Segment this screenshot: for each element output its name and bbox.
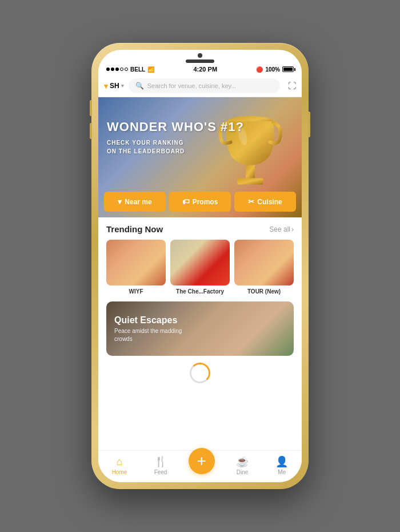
battery-tip [294, 68, 295, 71]
food-image-3 [234, 240, 294, 285]
trending-section: Trending Now See all › WIYF [98, 217, 302, 299]
power-button[interactable] [308, 112, 310, 137]
near-me-button[interactable]: ▾ Near me [104, 192, 166, 212]
battery-icon [282, 66, 294, 72]
dine-label: Dine [237, 469, 249, 475]
trending-items: WIYF The Che...Factory TOUR (New) [106, 240, 294, 295]
speaker [186, 59, 214, 63]
see-all-button[interactable]: See all › [269, 225, 294, 233]
hero-subtitle-line1: CHECK YOUR RANKING [107, 140, 184, 146]
home-label: Home [112, 469, 127, 475]
cuisine-button[interactable]: ✂ Cuisine [234, 192, 296, 212]
signal-dot-1 [106, 68, 110, 71]
nav-home[interactable]: ⌂ Home [106, 455, 133, 477]
search-placeholder: Search for venue, cuisine, key... [147, 82, 237, 89]
loading-area [98, 358, 302, 388]
hero-banner: WONDER WHO'S #1? CHECK YOUR RANKING ON T… [98, 97, 302, 217]
see-all-label: See all [269, 225, 290, 233]
location-icon: ▾ [118, 197, 122, 206]
trending-name-3: TOUR (New) [234, 288, 294, 295]
trending-item-3[interactable]: TOUR (New) [234, 240, 294, 295]
nav-dine[interactable]: ☕ Dine [230, 454, 254, 477]
feed-icon: 🍴 [154, 455, 167, 468]
status-bar: BELL 📶 4:20 PM 🔴 100% [98, 62, 302, 75]
nav-feed[interactable]: 🍴 Feed [149, 454, 173, 477]
expand-icon[interactable]: ⛶ [288, 81, 296, 90]
nav-me[interactable]: 👤 Me [270, 454, 294, 477]
cuisine-label: Cuisine [257, 198, 282, 206]
signal-dot-4 [120, 68, 123, 71]
feed-label: Feed [154, 469, 167, 475]
front-camera [198, 53, 202, 58]
trending-header: Trending Now See all › [106, 224, 294, 234]
location-selector[interactable]: ▾ SH ▾ [104, 82, 124, 90]
chevron-down-icon: ▾ [121, 83, 124, 89]
trending-img-1 [106, 240, 166, 285]
search-icon: 🔍 [135, 82, 144, 90]
add-icon: + [197, 453, 206, 469]
signal-dot-3 [115, 68, 119, 71]
signal-dot-5 [125, 68, 128, 71]
action-buttons: ▾ Near me 🏷 Promos ✂ Cuisine [104, 192, 296, 212]
battery-fill [283, 68, 293, 71]
volume-up-button[interactable] [90, 100, 92, 116]
home-icon: ⌂ [117, 456, 123, 468]
carrier-name: BELL [130, 66, 145, 73]
food-image-1 [106, 240, 166, 285]
promos-label: Promos [193, 198, 218, 206]
phone-screen: BELL 📶 4:20 PM 🔴 100% ▾ SH ▾ 🔍 [98, 50, 302, 482]
wifi-icon: 📶 [147, 66, 154, 73]
hero-text-block: WONDER WHO'S #1? CHECK YOUR RANKING ON T… [107, 120, 244, 156]
svg-rect-1 [246, 165, 255, 178]
trending-name-1: WIYF [106, 288, 166, 295]
fork-icon: ✂ [248, 197, 254, 206]
trending-img-2 [170, 240, 230, 285]
me-icon: 👤 [275, 455, 288, 468]
bottom-navigation: ⌂ Home 🍴 Feed + ☕ Dine 👤 Me [98, 450, 302, 482]
signal-bars [106, 68, 128, 71]
feature-title: Quiet Escapes [114, 315, 182, 325]
phone-frame: BELL 📶 4:20 PM 🔴 100% ▾ SH ▾ 🔍 [91, 43, 309, 489]
trending-title: Trending Now [106, 224, 163, 234]
bluetooth-icon: 🔴 [256, 66, 263, 73]
me-label: Me [278, 469, 286, 475]
add-button[interactable]: + [189, 448, 215, 474]
near-me-label: Near me [125, 198, 151, 206]
search-input-wrapper[interactable]: 🔍 Search for venue, cuisine, key... [129, 78, 280, 93]
location-code: SH [110, 82, 119, 90]
search-bar: ▾ SH ▾ 🔍 Search for venue, cuisine, key.… [98, 75, 302, 97]
hero-title: WONDER WHO'S #1? [107, 120, 244, 134]
status-time: 4:20 PM [193, 66, 217, 73]
trending-item-2[interactable]: The Che...Factory [170, 240, 230, 295]
signal-dot-2 [111, 68, 114, 71]
food-image-2 [170, 240, 230, 285]
status-right: 🔴 100% [256, 66, 294, 73]
tag-icon: 🏷 [182, 197, 190, 206]
feature-banner[interactable]: Quiet Escapes Peace amidst the maddingcr… [106, 301, 294, 356]
status-left: BELL 📶 [106, 66, 154, 73]
trending-name-2: The Che...Factory [170, 288, 230, 295]
svg-rect-2 [237, 178, 263, 184]
scroll-content: WONDER WHO'S #1? CHECK YOUR RANKING ON T… [98, 97, 302, 450]
feature-text-block: Quiet Escapes Peace amidst the maddingcr… [114, 315, 182, 343]
trending-img-3 [234, 240, 294, 285]
trending-item-1[interactable]: WIYF [106, 240, 166, 295]
location-pin-icon: ▾ [104, 82, 108, 90]
phone-top-notch [186, 50, 214, 63]
loading-spinner [190, 363, 210, 383]
volume-down-button[interactable] [90, 123, 92, 139]
hero-subtitle: CHECK YOUR RANKING ON THE LEADERBOARD [107, 138, 244, 156]
feature-subtitle: Peace amidst the maddingcrowds [114, 327, 182, 343]
chevron-right-icon: › [291, 225, 294, 233]
hero-subtitle-line2: ON THE LEADERBOARD [107, 148, 185, 154]
battery-percent: 100% [265, 66, 280, 73]
dine-icon: ☕ [236, 455, 249, 468]
promos-button[interactable]: 🏷 Promos [169, 192, 231, 212]
